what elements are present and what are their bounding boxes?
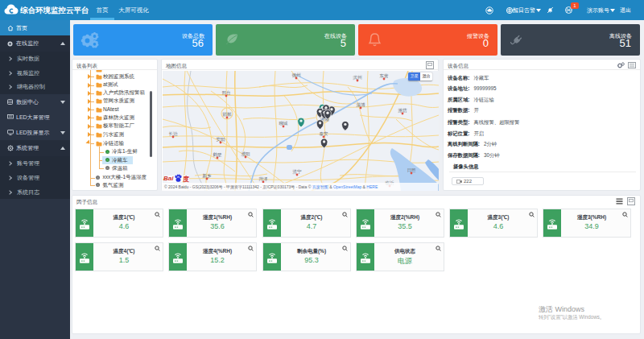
svg-text:东营: 东营 [379,73,390,79]
svg-text:泰安: 泰安 [320,131,329,136]
svg-text:淄博: 淄博 [357,102,366,108]
svg-text:滨州: 滨州 [353,75,363,81]
svg-text:新乡: 新乡 [203,173,213,178]
svg-text:鹤壁: 鹤壁 [213,151,223,157]
svg-text:长治: 长治 [169,131,179,137]
svg-text:日照: 日照 [407,167,417,173]
svg-text:邢台: 邢台 [222,90,231,95]
svg-text:濮阳: 濮阳 [242,151,250,157]
svg-text:聊城: 聊城 [279,121,289,126]
svg-text:德州: 德州 [292,72,302,78]
svg-text:邯郸: 邯郸 [222,112,233,117]
svg-text:潍坊: 潍坊 [398,108,408,114]
svg-text:菏泽: 菏泽 [259,176,269,182]
svg-text:安阳: 安阳 [217,137,225,143]
svg-text:济宁: 济宁 [293,169,303,175]
